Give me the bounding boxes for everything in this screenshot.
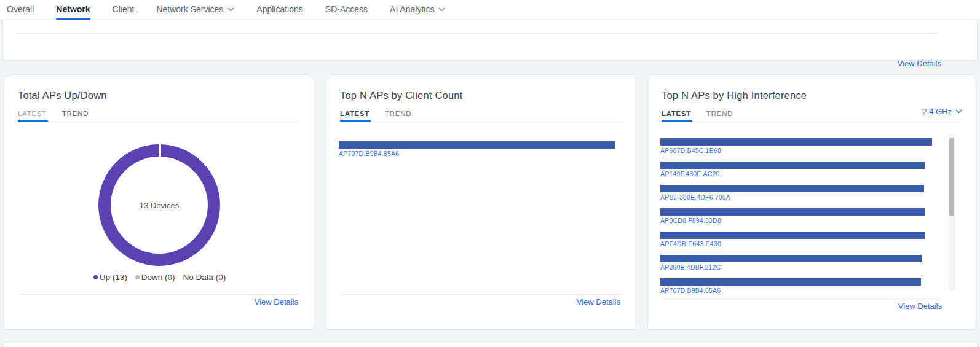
chevron-down-icon: [955, 108, 962, 115]
donut-center-label: 13 Devices: [98, 144, 220, 266]
scrollbar-track[interactable]: [949, 135, 955, 290]
tab-network[interactable]: Network: [56, 0, 90, 19]
bar-row: AP0CD0.F894.33D8: [660, 208, 934, 224]
ap-name-link[interactable]: AP687D.B45C.1E68: [660, 147, 934, 154]
tab-client[interactable]: Client: [113, 0, 135, 19]
bar-row: AP687D.B45C.1E68: [660, 138, 934, 154]
card-divider: [662, 298, 942, 299]
tab-latest[interactable]: LATEST: [340, 110, 369, 117]
ap-name-link[interactable]: APF4DB.E643.E430: [660, 240, 934, 248]
legend-item-up[interactable]: Up (13): [93, 273, 127, 282]
ap-name-link[interactable]: AP380E.4DBF.212C: [660, 263, 934, 271]
bar-row: AP707D.B9B4.85A6: [660, 278, 934, 294]
legend-dot-up: [93, 275, 98, 279]
interference-bar-chart: AP687D.B45C.1E68 AP149F.430E.AC20 APBJ-3…: [660, 138, 934, 302]
bar-row: AP149F.430E.AC20: [660, 162, 934, 177]
legend-item-nodata[interactable]: No Data (0): [183, 273, 226, 282]
card-tabs: LATEST TREND: [18, 110, 300, 122]
bar-row: APBJ-380E.4DF6.705A: [660, 185, 934, 201]
next-row-card-edge: [2, 341, 978, 347]
ap-bar[interactable]: [660, 278, 921, 286]
ap-bar[interactable]: [660, 185, 924, 192]
view-details-link[interactable]: View Details: [577, 297, 620, 306]
tab-network-services-label: Network Services: [156, 0, 223, 19]
tab-latest[interactable]: LATEST: [18, 110, 47, 117]
card-divider: [341, 294, 621, 295]
legend-item-down[interactable]: Down (0): [135, 273, 175, 282]
bar-row: APF4DB.E643.E430: [660, 232, 934, 248]
dashboard-tab-bar: Overall Network Client Network Services …: [0, 0, 980, 19]
legend-dot-down: [135, 275, 140, 279]
card-title: Top N APs by Client Count: [340, 90, 462, 101]
card-divider: [17, 33, 939, 34]
card-divider: [19, 294, 299, 295]
ap-bar[interactable]: [660, 208, 925, 216]
ap-bar[interactable]: [660, 162, 925, 169]
legend-label-down: Down (0): [141, 273, 175, 282]
legend-label-up: Up (13): [100, 273, 127, 282]
top-summary-card: View Details: [2, 19, 978, 61]
card-tabs: LATEST TREND: [340, 110, 622, 122]
view-details-link[interactable]: View Details: [898, 302, 942, 311]
ap-bar[interactable]: [660, 255, 922, 262]
chevron-down-icon: [227, 6, 234, 13]
ap-name-link[interactable]: AP0CD0.F894.33D8: [660, 217, 934, 224]
ap-bar[interactable]: [660, 232, 925, 239]
tab-trend[interactable]: TREND: [62, 110, 89, 117]
tab-latest[interactable]: LATEST: [662, 110, 691, 117]
bar-row: AP707D.B9B4.85A6: [339, 141, 625, 157]
donut-legend: Up (13) Down (0) No Data (0): [18, 273, 301, 282]
top-aps-client-count-card: Top N APs by Client Count LATEST TREND A…: [326, 77, 636, 330]
band-dropdown[interactable]: 2.4 GHz: [922, 107, 962, 117]
bar-row: AP380E.4DBF.212C: [660, 255, 934, 271]
top-aps-interference-card: Top N APs by High Interference LATEST TR…: [647, 77, 976, 330]
client-count-bar-chart: AP707D.B9B4.85A6: [339, 141, 625, 164]
ap-bar[interactable]: [660, 138, 932, 146]
ap-name-link[interactable]: AP707D.B9B4.85A6: [339, 150, 625, 157]
tab-overall[interactable]: Overall: [7, 0, 34, 19]
tab-ai-analytics-label: AI Analytics: [390, 0, 434, 19]
tab-trend[interactable]: TREND: [706, 110, 733, 117]
tab-sd-access[interactable]: SD-Access: [325, 0, 368, 19]
view-details-link[interactable]: View Details: [898, 59, 941, 68]
card-tabs: LATEST TREND 2.4 GHz: [662, 110, 962, 122]
scrollbar-thumb[interactable]: [949, 138, 954, 216]
ap-bar[interactable]: [339, 141, 615, 149]
chevron-down-icon: [438, 6, 445, 13]
tab-ai-analytics[interactable]: AI Analytics: [390, 0, 445, 19]
ap-name-link[interactable]: AP707D.B9B4.85A6: [660, 287, 934, 294]
ap-name-link[interactable]: APBJ-380E.4DF6.705A: [660, 193, 934, 201]
band-dropdown-value: 2.4 GHz: [922, 107, 952, 116]
tab-network-services[interactable]: Network Services: [156, 0, 234, 19]
ap-name-link[interactable]: AP149F.430E.AC20: [660, 170, 934, 177]
tab-trend[interactable]: TREND: [385, 110, 411, 117]
card-title: Top N APs by High Interference: [662, 90, 807, 101]
tab-applications[interactable]: Applications: [256, 0, 303, 19]
card-title: Total APs Up/Down: [18, 90, 107, 101]
aps-donut-chart: 13 Devices: [98, 144, 220, 266]
legend-label-nodata: No Data (0): [183, 273, 226, 282]
total-aps-updown-card: Total APs Up/Down LATEST TREND 13 Device…: [4, 77, 314, 330]
view-details-link[interactable]: View Details: [255, 297, 298, 306]
